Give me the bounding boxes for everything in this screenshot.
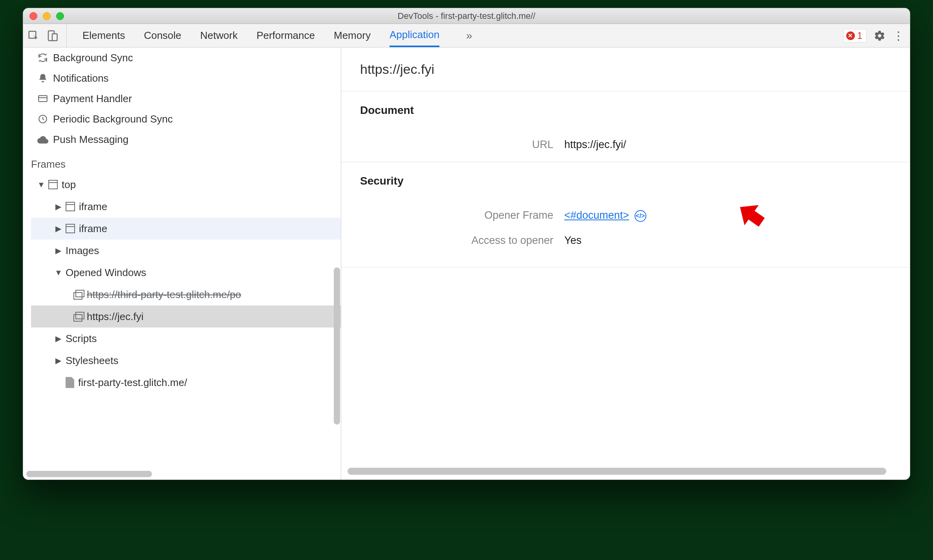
frame-stylesheets[interactable]: ▶ Stylesheets xyxy=(31,350,341,372)
frame-label: Images xyxy=(66,245,99,257)
sync-icon xyxy=(37,52,48,63)
opener-frame-row: Opener Frame <#document> </> xyxy=(360,203,910,228)
traffic-lights xyxy=(29,12,64,20)
frame-label: iframe xyxy=(79,223,107,235)
inspect-element-icon[interactable] xyxy=(27,29,40,42)
devtools-toolbar: Elements Console Network Performance Mem… xyxy=(23,24,910,48)
detail-horizontal-scrollbar[interactable] xyxy=(348,468,886,475)
panel-tabs: Elements Console Network Performance Mem… xyxy=(67,24,472,47)
more-tabs-button[interactable]: » xyxy=(458,29,472,42)
sidebar-item-label: Push Messaging xyxy=(53,134,128,146)
sidebar-item-label: Background Sync xyxy=(53,52,133,64)
sidebar-item-push-messaging[interactable]: Push Messaging xyxy=(23,129,341,150)
disclosure-triangle-right-icon[interactable]: ▶ xyxy=(55,224,62,233)
detail-heading: https://jec.fyi xyxy=(341,48,910,91)
opened-window-label: https://third-party-test.glitch.me/po xyxy=(87,289,241,301)
sidebar-item-payment-handler[interactable]: Payment Handler xyxy=(23,88,341,109)
opened-window-label: https://jec.fyi xyxy=(87,311,144,323)
device-toolbar-icon[interactable] xyxy=(46,29,59,42)
frame-icon xyxy=(66,224,75,233)
disclosure-triangle-down-icon[interactable]: ▼ xyxy=(37,180,44,189)
close-window-button[interactable] xyxy=(29,12,37,20)
svg-rect-3 xyxy=(38,95,47,101)
url-value: https://jec.fyi/ xyxy=(564,139,626,151)
more-options-icon[interactable]: ⋮ xyxy=(893,29,904,42)
sidebar-item-label: Periodic Background Sync xyxy=(53,113,173,125)
frame-label: top xyxy=(62,179,76,191)
toolbar-right-group: ✕ 1 ⋮ xyxy=(843,29,906,42)
bell-icon xyxy=(37,73,48,84)
frame-label: iframe xyxy=(79,201,107,213)
sidebar-item-periodic-background-sync[interactable]: Periodic Background Sync xyxy=(23,109,341,129)
content-area: Background Sync Notifications Payment Ha… xyxy=(23,48,910,479)
maximize-window-button[interactable] xyxy=(56,12,64,20)
opener-frame-link[interactable]: <#document> xyxy=(564,209,629,221)
tab-elements[interactable]: Elements xyxy=(82,24,125,47)
frame-detail-pane: https://jec.fyi Document URL https://jec… xyxy=(341,48,910,479)
frame-iframe-1[interactable]: ▶ iframe xyxy=(31,196,341,218)
opened-window-2[interactable]: https://jec.fyi xyxy=(31,306,341,328)
frame-images[interactable]: ▶ Images xyxy=(31,240,341,262)
devtools-window: DevTools - first-party-test.glitch.me// … xyxy=(23,8,910,480)
application-sidebar: Background Sync Notifications Payment Ha… xyxy=(23,48,341,479)
document-section: Document URL https://jec.fyi/ xyxy=(341,91,910,162)
document-url-row: URL https://jec.fyi/ xyxy=(360,132,910,157)
frame-label: first-party-test.glitch.me/ xyxy=(78,377,187,389)
access-to-opener-value: Yes xyxy=(564,234,582,247)
url-label: URL xyxy=(360,139,564,151)
sidebar-item-background-sync[interactable]: Background Sync xyxy=(23,48,341,68)
tab-network[interactable]: Network xyxy=(200,24,238,47)
document-section-title: Document xyxy=(360,104,910,117)
titlebar: DevTools - first-party-test.glitch.me// xyxy=(23,8,910,24)
opener-frame-label: Opener Frame xyxy=(360,209,564,221)
opener-frame-value: <#document> </> xyxy=(564,209,646,222)
tab-console[interactable]: Console xyxy=(144,24,181,47)
credit-card-icon xyxy=(37,93,48,104)
window-icon xyxy=(73,312,83,321)
frames-heading: Frames xyxy=(23,150,341,174)
opened-window-1[interactable]: https://third-party-test.glitch.me/po xyxy=(31,284,341,306)
toolbar-left-group xyxy=(27,24,67,47)
sidebar-item-label: Payment Handler xyxy=(53,93,132,105)
access-to-opener-label: Access to opener xyxy=(360,234,564,247)
frame-top[interactable]: ▼ top xyxy=(31,174,341,196)
sidebar-vertical-scrollbar[interactable] xyxy=(334,267,340,425)
reveal-in-elements-icon[interactable]: </> xyxy=(635,210,646,222)
error-count-badge[interactable]: ✕ 1 xyxy=(843,29,867,42)
svg-rect-2 xyxy=(52,34,57,41)
window-title: DevTools - first-party-test.glitch.me// xyxy=(23,11,910,21)
frame-icon xyxy=(66,202,75,211)
security-section: Security Opener Frame <#document> </> Ac… xyxy=(341,162,910,267)
tab-application[interactable]: Application xyxy=(390,24,439,47)
frame-iframe-2[interactable]: ▶ iframe xyxy=(31,218,341,240)
error-icon: ✕ xyxy=(846,31,855,40)
settings-gear-icon[interactable] xyxy=(874,30,885,42)
frame-scripts[interactable]: ▶ Scripts xyxy=(31,328,341,350)
disclosure-triangle-right-icon[interactable]: ▶ xyxy=(55,246,62,255)
frames-tree: ▼ top ▶ iframe ▶ iframe ▶ Images xyxy=(23,174,341,393)
frame-icon xyxy=(48,180,58,189)
minimize-window-button[interactable] xyxy=(43,12,51,20)
sidebar-horizontal-scrollbar[interactable] xyxy=(26,471,152,477)
error-count: 1 xyxy=(857,30,862,41)
disclosure-triangle-right-icon[interactable]: ▶ xyxy=(55,334,62,343)
clock-icon xyxy=(37,113,48,124)
frame-opened-windows[interactable]: ▼ Opened Windows xyxy=(31,262,341,284)
tab-memory[interactable]: Memory xyxy=(334,24,371,47)
access-to-opener-row: Access to opener Yes xyxy=(360,228,910,253)
cloud-icon xyxy=(37,134,48,145)
window-icon xyxy=(73,290,83,299)
sidebar-item-label: Notifications xyxy=(53,72,109,84)
frame-label: Opened Windows xyxy=(66,267,146,279)
frame-document[interactable]: first-party-test.glitch.me/ xyxy=(31,372,341,393)
sidebar-item-notifications[interactable]: Notifications xyxy=(23,68,341,88)
frame-label: Scripts xyxy=(66,333,97,345)
security-section-title: Security xyxy=(360,175,910,187)
document-icon xyxy=(66,377,74,388)
disclosure-triangle-right-icon[interactable]: ▶ xyxy=(55,202,62,211)
disclosure-triangle-down-icon[interactable]: ▼ xyxy=(55,268,62,277)
disclosure-triangle-right-icon[interactable]: ▶ xyxy=(55,356,62,365)
frame-label: Stylesheets xyxy=(66,355,118,367)
tab-performance[interactable]: Performance xyxy=(256,24,315,47)
